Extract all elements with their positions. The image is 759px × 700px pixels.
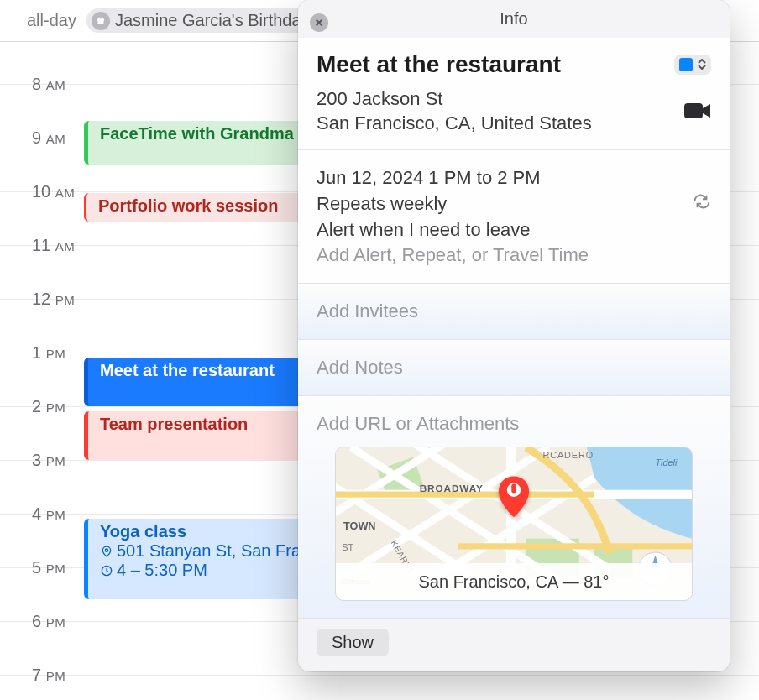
calendar-picker[interactable] [674, 55, 711, 75]
event-alert[interactable]: Alert when I need to leave [317, 219, 530, 241]
calendar-color-swatch [679, 58, 693, 71]
svg-text:Tideli: Tideli [655, 457, 677, 468]
popover-title: Info [500, 9, 527, 29]
add-alert-placeholder[interactable]: Add Alert, Repeat, or Travel Time [317, 244, 589, 266]
event-repeat[interactable]: Repeats weekly [317, 193, 447, 215]
add-notes-placeholder: Add Notes [317, 357, 403, 379]
svg-point-27 [511, 483, 516, 488]
svg-point-0 [105, 549, 107, 551]
all-day-event-title: Jasmine Garcia's Birthday [115, 11, 310, 30]
gift-icon [92, 12, 110, 30]
add-invitees-section[interactable]: Add Invitees [298, 283, 730, 339]
svg-rect-2 [684, 103, 703, 118]
map-weather-footer: San Francisco, CA — 81° [336, 563, 692, 600]
popover-header: Info [298, 0, 730, 38]
add-invitees-placeholder: Add Invitees [317, 300, 418, 322]
event-location-text[interactable]: 200 Jackson St San Francisco, CA, United… [317, 86, 592, 136]
hour-row: 7 PM [0, 675, 759, 700]
svg-text:ST: ST [342, 542, 353, 552]
repeat-icon [693, 192, 711, 216]
event-title-section: Meet at the restaurant 200 Jackson St Sa… [298, 38, 730, 149]
event-datetime-section: Jun 12, 2024 1 PM to 2 PM Repeats weekly… [298, 149, 730, 283]
chevron-up-down-icon [698, 59, 706, 70]
hour-label: 8 AM [32, 75, 65, 94]
location-map[interactable]: BROADWAY KEARNY TOWN ST RCADERO Tideli C… [335, 447, 693, 601]
event-name-text[interactable]: Meet at the restaurant [317, 51, 561, 78]
close-button[interactable] [310, 13, 328, 32]
svg-text:TOWN: TOWN [343, 520, 375, 532]
event-info-popover: Info Meet at the restaurant 200 Jackson … [298, 0, 730, 671]
svg-text:BROADWAY: BROADWAY [420, 483, 484, 494]
add-url-placeholder: Add URL or Attachments [317, 413, 519, 435]
video-call-icon[interactable] [684, 102, 711, 120]
event-datetime[interactable]: Jun 12, 2024 1 PM to 2 PM [317, 167, 541, 189]
add-notes-section[interactable]: Add Notes [298, 339, 730, 395]
show-button[interactable]: Show [317, 629, 389, 656]
all-day-event-pill[interactable]: Jasmine Garcia's Birthday [86, 8, 322, 33]
popover-footer: Show [298, 618, 730, 671]
all-day-label: all-day [27, 11, 76, 30]
add-url-section[interactable]: Add URL or Attachments [298, 395, 730, 618]
svg-text:RCADERO: RCADERO [542, 450, 594, 460]
